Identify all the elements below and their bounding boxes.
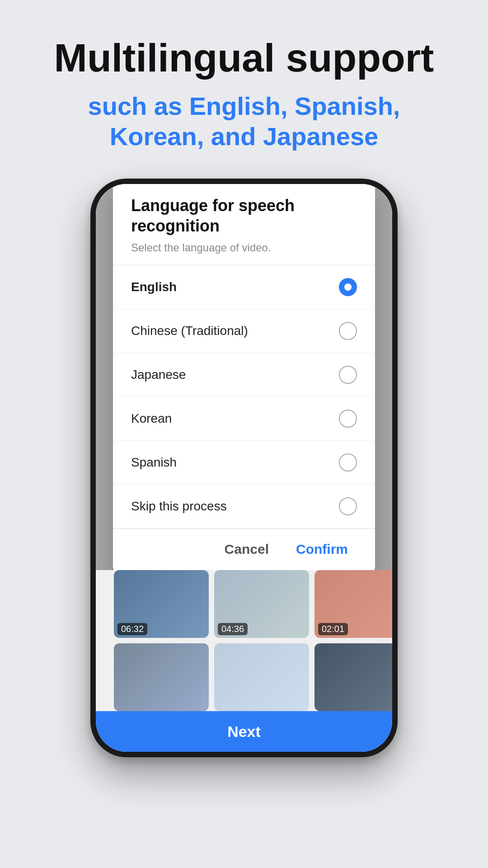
video-duration-6: 02:01 — [318, 623, 348, 635]
option-korean-label: Korean — [131, 411, 172, 426]
hero-subtitle: such as English, Spanish, Korean, and Ja… — [0, 91, 488, 151]
option-chinese[interactable]: Chinese (Traditional) — [113, 309, 375, 353]
option-japanese[interactable]: Japanese — [113, 353, 375, 397]
phone-screen: New Project Feb 28, 2022 Language for sp… — [96, 184, 392, 752]
option-skip-label: Skip this process — [131, 499, 227, 514]
video-thumb-9[interactable] — [314, 643, 392, 711]
video-duration-4: 06:32 — [117, 623, 147, 635]
video-thumb-4[interactable]: 06:32 — [114, 570, 209, 638]
video-thumb-6[interactable]: 02:01 — [314, 570, 392, 638]
phone-mockup: New Project Feb 28, 2022 Language for sp… — [90, 179, 398, 757]
app-background: New Project Feb 28, 2022 Language for sp… — [96, 184, 392, 570]
video-thumb-7[interactable] — [114, 643, 209, 711]
video-row-3 — [96, 643, 392, 711]
radio-chinese — [339, 322, 357, 340]
radio-skip — [339, 497, 357, 515]
option-chinese-label: Chinese (Traditional) — [131, 324, 248, 338]
dialog-title: Language for speech recognition — [113, 195, 375, 236]
option-skip[interactable]: Skip this process — [113, 485, 375, 528]
option-spanish[interactable]: Spanish — [113, 441, 375, 485]
video-thumb-8[interactable] — [214, 643, 309, 711]
dialog-actions: Cancel Confirm — [113, 529, 375, 566]
next-button-label: Next — [227, 723, 261, 741]
radio-english — [339, 278, 357, 296]
hero-title: Multilingual support — [27, 36, 461, 80]
option-spanish-label: Spanish — [131, 455, 177, 470]
dialog-overlay: Language for speech recognition Select t… — [96, 184, 392, 570]
language-dialog: Language for speech recognition Select t… — [113, 184, 375, 570]
option-japanese-label: Japanese — [131, 368, 186, 382]
radio-japanese — [339, 366, 357, 384]
video-thumb-5[interactable]: 04:36 — [214, 570, 309, 638]
dialog-subtitle: Select the language of video. — [113, 241, 375, 254]
video-duration-5: 04:36 — [218, 623, 248, 635]
cancel-button[interactable]: Cancel — [216, 536, 278, 562]
radio-korean — [339, 410, 357, 428]
phone-frame: New Project Feb 28, 2022 Language for sp… — [90, 179, 398, 757]
confirm-button[interactable]: Confirm — [287, 536, 357, 562]
radio-spanish — [339, 453, 357, 472]
video-row-2: 06:32 04:36 02:01 — [96, 570, 392, 643]
bottom-bar[interactable]: Next — [96, 711, 392, 752]
option-english-label: English — [131, 280, 177, 294]
option-korean[interactable]: Korean — [113, 397, 375, 441]
option-english[interactable]: English — [113, 265, 375, 309]
